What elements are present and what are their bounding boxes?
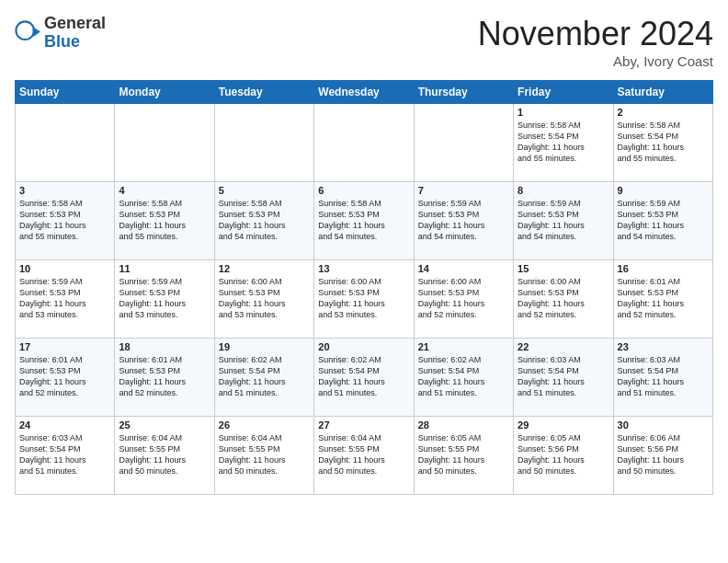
day-number: 19: [219, 341, 310, 352]
calendar-cell: [16, 104, 115, 182]
cell-info: Sunrise: 5:58 AM Sunset: 5:54 PM Dayligh…: [618, 120, 709, 165]
calendar-cell: 14Sunrise: 6:00 AM Sunset: 5:53 PM Dayli…: [414, 260, 513, 339]
cell-info: Sunrise: 6:04 AM Sunset: 5:55 PM Dayligh…: [219, 432, 310, 477]
day-number: 2: [618, 107, 709, 118]
calendar-cell: [414, 104, 513, 182]
logo-blue: Blue: [44, 33, 106, 52]
day-number: 14: [418, 263, 509, 274]
cell-info: Sunrise: 5:59 AM Sunset: 5:53 PM Dayligh…: [518, 198, 609, 243]
cell-info: Sunrise: 6:03 AM Sunset: 5:54 PM Dayligh…: [618, 354, 709, 399]
calendar-table: SundayMondayTuesdayWednesdayThursdayFrid…: [15, 80, 713, 495]
day-number: 4: [119, 185, 210, 196]
calendar-cell: 23Sunrise: 6:03 AM Sunset: 5:54 PM Dayli…: [613, 339, 712, 417]
svg-marker-1: [33, 27, 40, 37]
calendar-cell: 30Sunrise: 6:06 AM Sunset: 5:56 PM Dayli…: [613, 417, 712, 495]
calendar-cell: 29Sunrise: 6:05 AM Sunset: 5:56 PM Dayli…: [514, 417, 613, 495]
day-number: 28: [418, 419, 509, 431]
day-number: 21: [418, 341, 509, 352]
weekday-header: Thursday: [414, 81, 513, 104]
calendar-cell: 26Sunrise: 6:04 AM Sunset: 5:55 PM Dayli…: [214, 417, 313, 495]
calendar-cell: 22Sunrise: 6:03 AM Sunset: 5:54 PM Dayli…: [514, 339, 613, 417]
calendar-cell: 1Sunrise: 5:58 AM Sunset: 5:54 PM Daylig…: [514, 104, 613, 182]
day-number: 12: [219, 263, 310, 274]
weekday-header: Sunday: [16, 81, 115, 104]
calendar-cell: [115, 104, 214, 182]
calendar-week-row: 1Sunrise: 5:58 AM Sunset: 5:54 PM Daylig…: [16, 104, 713, 182]
day-number: 24: [19, 419, 110, 431]
cell-info: Sunrise: 6:01 AM Sunset: 5:53 PM Dayligh…: [119, 354, 210, 399]
calendar-cell: 16Sunrise: 6:01 AM Sunset: 5:53 PM Dayli…: [613, 260, 712, 339]
calendar-cell: 11Sunrise: 5:59 AM Sunset: 5:53 PM Dayli…: [115, 260, 214, 339]
cell-info: Sunrise: 6:00 AM Sunset: 5:53 PM Dayligh…: [518, 276, 609, 321]
calendar-cell: [314, 104, 414, 182]
weekday-header: Saturday: [613, 81, 712, 104]
weekday-header: Friday: [514, 81, 613, 104]
cell-info: Sunrise: 5:58 AM Sunset: 5:53 PM Dayligh…: [119, 198, 210, 243]
calendar-cell: 20Sunrise: 6:02 AM Sunset: 5:54 PM Dayli…: [314, 339, 414, 417]
cell-info: Sunrise: 5:58 AM Sunset: 5:54 PM Dayligh…: [518, 120, 609, 165]
day-number: 5: [219, 185, 310, 196]
calendar-cell: 21Sunrise: 6:02 AM Sunset: 5:54 PM Dayli…: [414, 339, 513, 417]
cell-info: Sunrise: 6:02 AM Sunset: 5:54 PM Dayligh…: [318, 354, 409, 399]
cell-info: Sunrise: 6:02 AM Sunset: 5:54 PM Dayligh…: [219, 354, 310, 399]
cell-info: Sunrise: 6:05 AM Sunset: 5:56 PM Dayligh…: [518, 432, 609, 477]
weekday-header-row: SundayMondayTuesdayWednesdayThursdayFrid…: [16, 81, 713, 104]
day-number: 8: [518, 185, 609, 196]
weekday-header: Wednesday: [314, 81, 414, 104]
calendar-week-row: 24Sunrise: 6:03 AM Sunset: 5:54 PM Dayli…: [16, 417, 713, 495]
day-number: 23: [618, 341, 709, 352]
cell-info: Sunrise: 6:00 AM Sunset: 5:53 PM Dayligh…: [418, 276, 509, 321]
calendar-cell: 17Sunrise: 6:01 AM Sunset: 5:53 PM Dayli…: [16, 339, 115, 417]
calendar-week-row: 10Sunrise: 5:59 AM Sunset: 5:53 PM Dayli…: [16, 260, 713, 339]
svg-point-0: [16, 21, 34, 40]
cell-info: Sunrise: 6:04 AM Sunset: 5:55 PM Dayligh…: [119, 432, 210, 477]
cell-info: Sunrise: 5:59 AM Sunset: 5:53 PM Dayligh…: [19, 276, 110, 321]
calendar-cell: 24Sunrise: 6:03 AM Sunset: 5:54 PM Dayli…: [16, 417, 115, 495]
cell-info: Sunrise: 6:00 AM Sunset: 5:53 PM Dayligh…: [318, 276, 409, 321]
month-title: November 2024: [478, 15, 713, 53]
title-block: November 2024 Aby, Ivory Coast: [478, 15, 713, 69]
calendar-cell: 2Sunrise: 5:58 AM Sunset: 5:54 PM Daylig…: [613, 104, 712, 182]
calendar-cell: 28Sunrise: 6:05 AM Sunset: 5:55 PM Dayli…: [414, 417, 513, 495]
logo: General Blue: [15, 15, 106, 52]
day-number: 29: [518, 419, 609, 431]
calendar-week-row: 3Sunrise: 5:58 AM Sunset: 5:53 PM Daylig…: [16, 182, 713, 260]
calendar-cell: [214, 104, 313, 182]
location: Aby, Ivory Coast: [478, 53, 713, 69]
page-header: General Blue November 2024 Aby, Ivory Co…: [15, 15, 713, 69]
day-number: 17: [19, 341, 110, 352]
calendar-cell: 15Sunrise: 6:00 AM Sunset: 5:53 PM Dayli…: [514, 260, 613, 339]
cell-info: Sunrise: 6:01 AM Sunset: 5:53 PM Dayligh…: [19, 354, 110, 399]
calendar-cell: 4Sunrise: 5:58 AM Sunset: 5:53 PM Daylig…: [115, 182, 214, 260]
day-number: 11: [119, 263, 210, 274]
day-number: 3: [19, 185, 110, 196]
cell-info: Sunrise: 6:06 AM Sunset: 5:56 PM Dayligh…: [618, 432, 709, 477]
cell-info: Sunrise: 5:59 AM Sunset: 5:53 PM Dayligh…: [618, 198, 709, 243]
day-number: 9: [618, 185, 709, 196]
cell-info: Sunrise: 5:59 AM Sunset: 5:53 PM Dayligh…: [119, 276, 210, 321]
cell-info: Sunrise: 5:58 AM Sunset: 5:53 PM Dayligh…: [318, 198, 409, 243]
logo-icon: [15, 20, 40, 46]
calendar-cell: 9Sunrise: 5:59 AM Sunset: 5:53 PM Daylig…: [613, 182, 712, 260]
calendar-cell: 13Sunrise: 6:00 AM Sunset: 5:53 PM Dayli…: [314, 260, 414, 339]
day-number: 10: [19, 263, 110, 274]
calendar-cell: 25Sunrise: 6:04 AM Sunset: 5:55 PM Dayli…: [115, 417, 214, 495]
day-number: 13: [318, 263, 409, 274]
cell-info: Sunrise: 5:58 AM Sunset: 5:53 PM Dayligh…: [19, 198, 110, 243]
calendar-cell: 12Sunrise: 6:00 AM Sunset: 5:53 PM Dayli…: [214, 260, 313, 339]
cell-info: Sunrise: 5:59 AM Sunset: 5:53 PM Dayligh…: [418, 198, 509, 243]
day-number: 22: [518, 341, 609, 352]
day-number: 15: [518, 263, 609, 274]
cell-info: Sunrise: 6:04 AM Sunset: 5:55 PM Dayligh…: [318, 432, 409, 477]
logo-text: General Blue: [44, 15, 106, 52]
cell-info: Sunrise: 6:01 AM Sunset: 5:53 PM Dayligh…: [618, 276, 709, 321]
logo-general: General: [44, 15, 106, 33]
day-number: 7: [418, 185, 509, 196]
calendar-cell: 7Sunrise: 5:59 AM Sunset: 5:53 PM Daylig…: [414, 182, 513, 260]
cell-info: Sunrise: 6:00 AM Sunset: 5:53 PM Dayligh…: [219, 276, 310, 321]
calendar-cell: 8Sunrise: 5:59 AM Sunset: 5:53 PM Daylig…: [514, 182, 613, 260]
calendar-cell: 3Sunrise: 5:58 AM Sunset: 5:53 PM Daylig…: [16, 182, 115, 260]
day-number: 6: [318, 185, 409, 196]
calendar-cell: 10Sunrise: 5:59 AM Sunset: 5:53 PM Dayli…: [16, 260, 115, 339]
day-number: 20: [318, 341, 409, 352]
